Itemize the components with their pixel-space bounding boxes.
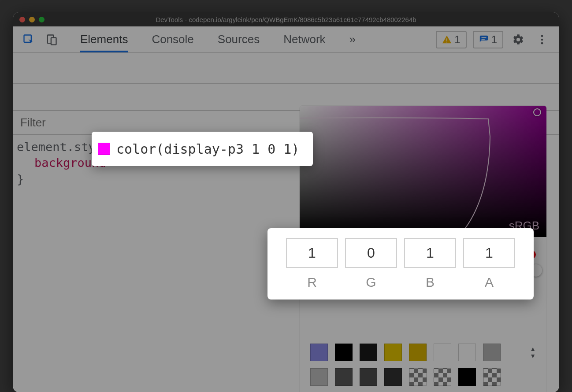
tab-sources[interactable]: Sources [218,26,260,52]
color-value-tooltip: color(display-p3 1 0 1) [92,132,313,166]
palette-swatch[interactable] [335,368,353,386]
tab-console[interactable]: Console [152,26,193,52]
color-spectrum[interactable]: sRGB [300,106,546,237]
palette-swatch[interactable] [434,344,451,361]
svg-rect-6 [481,39,484,40]
color-channel-inputs [286,238,515,268]
channel-label-b: B [404,275,456,290]
svg-point-9 [541,42,543,44]
color-value-text[interactable]: color(display-p3 1 0 1) [116,141,299,157]
palette-stepper[interactable]: ▲▼ [530,346,536,359]
palette-swatch[interactable] [458,344,476,361]
warning-count: 1 [454,33,460,46]
issues-badge[interactable]: 1 [473,31,503,48]
panel-tabs: Elements Console Sources Network » [80,26,428,52]
panel-content: element.style { background } sRGB [13,53,559,392]
more-options-button[interactable] [533,31,551,48]
palette-swatch[interactable] [384,344,402,361]
channel-label-a: A [463,275,515,290]
warning-icon [442,35,452,44]
svg-rect-2 [51,37,56,44]
palette-swatch[interactable] [335,344,353,361]
palette-swatch[interactable] [360,344,377,361]
device-toolbar-icon[interactable] [44,32,59,47]
styles-filter-input[interactable] [20,116,241,129]
toolbar-right: 1 1 [436,31,551,48]
more-tabs-button[interactable]: » [349,26,356,52]
palette-swatch[interactable] [409,368,427,386]
color-swatch-icon[interactable] [98,143,110,155]
svg-rect-3 [446,38,447,41]
issue-count: 1 [491,33,497,46]
warnings-badge[interactable]: 1 [436,31,466,48]
inspect-element-icon[interactable] [21,32,36,47]
palette-swatch[interactable] [310,368,328,386]
palette-swatch[interactable] [310,344,328,361]
divider [13,83,559,84]
chevron-down-icon: ▼ [530,353,536,359]
palette-swatch[interactable] [483,368,501,386]
gear-icon [512,33,524,46]
palette-swatch[interactable] [458,368,476,386]
palette-swatch[interactable] [483,344,501,361]
svg-point-7 [541,35,543,37]
channel-input-b[interactable] [404,238,456,268]
close-window-button[interactable] [19,17,25,22]
gamut-boundary-line [300,106,546,237]
palette-swatch[interactable] [360,368,377,386]
devtools-window: DevTools - codepen.io/argyleink/pen/QWBg… [13,12,559,392]
svg-rect-4 [446,41,447,42]
settings-button[interactable] [509,31,527,48]
spectrum-handle[interactable] [533,108,541,116]
kebab-icon [536,33,548,46]
css-close-brace: } [17,171,124,187]
minimize-window-button[interactable] [29,17,35,22]
zoom-window-button[interactable] [39,17,45,22]
channel-input-g[interactable] [345,238,397,268]
channel-input-r[interactable] [286,238,338,268]
palette-swatch[interactable] [434,368,451,386]
svg-point-8 [541,38,543,41]
channel-input-a[interactable] [463,238,515,268]
channel-label-r: R [286,275,338,290]
palette-swatch[interactable] [409,344,427,361]
color-channel-panel: R G B A [267,228,534,300]
color-channel-labels: R G B A [286,275,515,290]
devtools-toolbar: Elements Console Sources Network » 1 1 [13,26,559,53]
chevron-up-icon: ▲ [530,346,536,352]
palette-swatches: ▲▼ [300,340,546,392]
window-title: DevTools - codepen.io/argyleink/pen/QWBg… [13,16,559,23]
titlebar: DevTools - codepen.io/argyleink/pen/QWBg… [13,12,559,26]
window-controls [19,17,45,22]
palette-swatch[interactable] [384,368,402,386]
issue-icon [479,35,489,44]
svg-rect-5 [481,37,486,38]
channel-label-g: G [345,275,397,290]
tab-elements[interactable]: Elements [80,26,128,52]
tab-network[interactable]: Network [283,26,325,52]
